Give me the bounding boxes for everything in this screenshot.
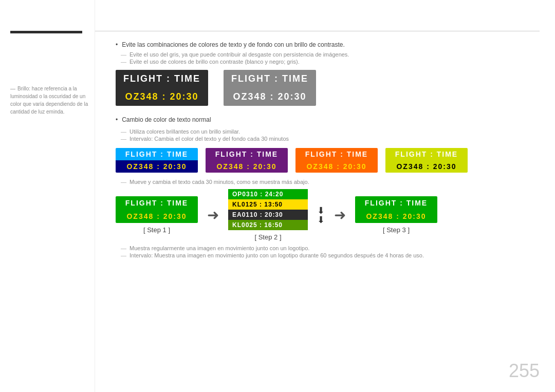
panel-yg-bottom: OZ348 : 20:30: [385, 160, 468, 173]
section2-dash-2: Intervalo: Cambia el color del texto y d…: [121, 136, 540, 142]
top-rule: [95, 31, 540, 31]
step3-panel: FLIGHT : TIME OZ348 : 20:30: [355, 196, 437, 223]
footer-dash-2: Intervalo: Muestra una imagen en movimie…: [121, 252, 540, 258]
arrow-down-2: ⬇: [317, 215, 325, 225]
step2-item: OP0310 : 24:20 KL0125 : 13:50 EA0110 : 2…: [228, 189, 308, 241]
panels-row1: FLIGHT : TIME OZ348 : 20:30 FLIGHT : TIM…: [116, 70, 540, 106]
panel-cyan-bottom: OZ348 : 20:30: [116, 160, 198, 173]
step1-bottom: OZ348 : 20:30: [116, 210, 198, 223]
content-area: Evite las combinaciones de colores de te…: [116, 41, 540, 262]
step1-panel: FLIGHT : TIME OZ348 : 20:30: [116, 196, 198, 223]
section2-bullets: Cambio de color de texto normal: [116, 116, 540, 123]
sidebar-note: Brillo: hace referencia a la luminosidad…: [10, 85, 89, 116]
step1-top: FLIGHT : TIME: [116, 196, 198, 210]
step3-label: [ Step 3 ]: [383, 226, 410, 234]
panel-yg-top: FLIGHT : TIME: [385, 148, 468, 160]
arrow-right-1: ➜: [207, 207, 219, 223]
panel-purple: FLIGHT : TIME OZ348 : 20:30: [206, 148, 288, 173]
panels-row2: FLIGHT : TIME OZ348 : 20:30 FLIGHT : TIM…: [116, 148, 540, 173]
footer-dash-1: Muestra regularmente una imagen en movim…: [121, 245, 540, 251]
section2-bullet: Cambio de color de texto normal: [116, 116, 540, 123]
panel-orange: FLIGHT : TIME OZ348 : 20:30: [295, 148, 378, 173]
dash-1: Evite el uso del gris, ya que puede cont…: [121, 51, 540, 58]
arrow-down-1: ⬇: [317, 206, 325, 215]
step1-item: FLIGHT : TIME OZ348 : 20:30 [ Step 1 ]: [116, 196, 198, 234]
panel-purple-top: FLIGHT : TIME: [206, 148, 288, 160]
steps-section: Mueve y cambia el texto cada 30 minutos,…: [116, 179, 540, 258]
main-content: Evite las combinaciones de colores de te…: [95, 0, 555, 392]
section2-dash-1: Utiliza colores brillantes con un brillo…: [121, 128, 540, 135]
section2-dashes: Utiliza colores brillantes con un brillo…: [121, 128, 540, 142]
page-number: 255: [509, 360, 540, 382]
step2-panel: OP0310 : 24:20 KL0125 : 13:50 EA0110 : 2…: [228, 189, 308, 230]
arrows-down: ⬇ ⬇: [317, 206, 325, 225]
panel-orange-bottom: OZ348 : 20:30: [295, 160, 378, 173]
step2-row-4: KL0025 : 16:50: [228, 220, 308, 230]
step3-item: FLIGHT : TIME OZ348 : 20:30 [ Step 3 ]: [355, 196, 437, 234]
header-bullets: Evite las combinaciones de colores de te…: [116, 41, 540, 48]
steps-row: FLIGHT : TIME OZ348 : 20:30 [ Step 1 ] ➜…: [116, 189, 540, 241]
panel-gray-top: FLIGHT : TIME: [224, 70, 316, 88]
step2-row-1: OP0310 : 24:20: [228, 189, 308, 199]
dash-2: Evite el uso de colores de brillo con co…: [121, 59, 540, 65]
step3-top: FLIGHT : TIME: [355, 196, 437, 210]
panel-gray-bottom: OZ348 : 20:30: [224, 88, 316, 106]
step2-label: [ Step 2 ]: [254, 233, 281, 241]
steps-dash: Mueve y cambia el texto cada 30 minutos,…: [121, 179, 540, 185]
panel-dark-bottom: OZ348 : 20:30: [116, 88, 208, 106]
step2-row-3: EA0110 : 20:30: [228, 210, 308, 220]
step2-row-2: KL0125 : 13:50: [228, 199, 308, 210]
panel-orange-top: FLIGHT : TIME: [295, 148, 378, 160]
panel-dark-top: FLIGHT : TIME: [116, 70, 208, 88]
bullet-1: Evite las combinaciones de colores de te…: [116, 41, 540, 48]
panel-cyan: FLIGHT : TIME OZ348 : 20:30: [116, 148, 198, 173]
arrow-right-2: ➜: [334, 207, 346, 223]
header-dashes: Evite el uso del gris, ya que puede cont…: [121, 51, 540, 65]
panel-gray: FLIGHT : TIME OZ348 : 20:30: [224, 70, 316, 106]
panel-cyan-top: FLIGHT : TIME: [116, 148, 198, 160]
step1-label: [ Step 1 ]: [143, 226, 170, 234]
panel-purple-bottom: OZ348 : 20:30: [206, 160, 288, 173]
panel-dark: FLIGHT : TIME OZ348 : 20:30: [116, 70, 208, 106]
panel-yellowgreen: FLIGHT : TIME OZ348 : 20:30: [385, 148, 468, 173]
footer-dashes: Muestra regularmente una imagen en movim…: [121, 245, 540, 258]
sidebar-top-bar: [10, 31, 82, 33]
sidebar: Brillo: hace referencia a la luminosidad…: [0, 0, 95, 392]
step3-bottom: OZ348 : 20:30: [355, 210, 437, 223]
